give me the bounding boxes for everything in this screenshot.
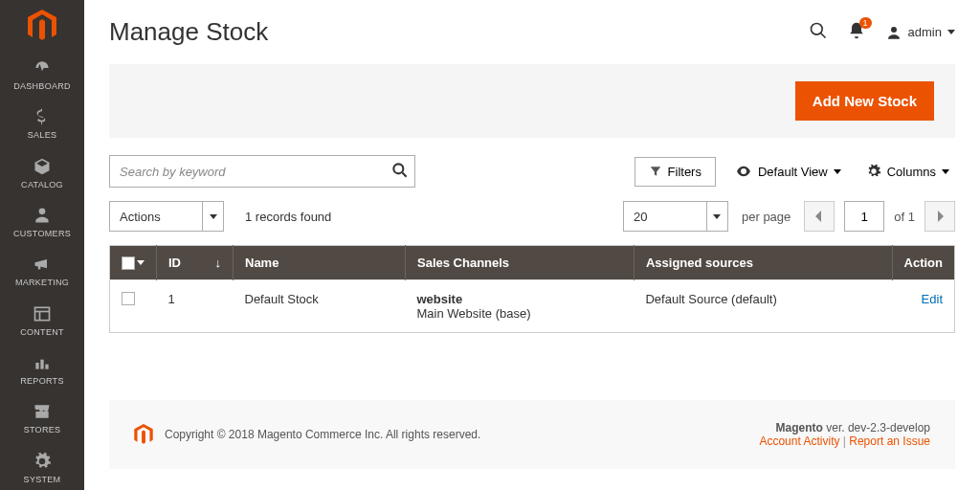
cell-assigned-sources: Default Source (default) bbox=[634, 280, 892, 333]
columns-button[interactable]: Columns bbox=[860, 157, 955, 186]
sidebar-item-customers[interactable]: CUSTOMERS bbox=[0, 197, 84, 246]
layout-icon bbox=[33, 304, 52, 323]
select-all-header[interactable] bbox=[110, 246, 157, 280]
sidebar-item-sales[interactable]: SALES bbox=[0, 99, 84, 147]
chevron-down-icon bbox=[210, 214, 217, 219]
svg-point-7 bbox=[811, 24, 822, 35]
svg-point-0 bbox=[39, 209, 46, 215]
grid-toolbar-top: Filters Default View Columns bbox=[109, 155, 955, 188]
page-size-select[interactable]: 20 bbox=[623, 201, 728, 232]
sidebar-item-marketing[interactable]: MARKETING bbox=[0, 246, 84, 295]
row-checkbox[interactable] bbox=[122, 292, 135, 305]
bar-chart-icon bbox=[33, 353, 52, 372]
total-pages-text: of 1 bbox=[894, 210, 915, 224]
svg-point-9 bbox=[891, 27, 897, 33]
page-title: Manage Stock bbox=[109, 17, 809, 47]
edit-link[interactable]: Edit bbox=[922, 292, 943, 306]
gear-icon bbox=[33, 452, 52, 469]
column-assigned-sources-header[interactable]: Assigned sources bbox=[634, 246, 892, 280]
dollar-icon bbox=[33, 107, 52, 126]
search-icon bbox=[390, 161, 410, 180]
svg-rect-1 bbox=[35, 307, 50, 320]
footer: Copyright © 2018 Magento Commerce Inc. A… bbox=[109, 400, 955, 469]
search-icon bbox=[809, 21, 828, 40]
chevron-down-icon bbox=[137, 260, 145, 265]
svg-line-11 bbox=[403, 173, 407, 177]
copyright-text: Copyright © 2018 Magento Commerce Inc. A… bbox=[165, 428, 480, 441]
account-activity-link[interactable]: Account Activity bbox=[759, 434, 839, 448]
svg-rect-5 bbox=[40, 360, 43, 369]
sidebar-item-reports[interactable]: REPORTS bbox=[0, 345, 84, 393]
table-row: 1 Default Stock website Main Website (ba… bbox=[110, 280, 955, 333]
sidebar-item-stores[interactable]: STORES bbox=[0, 393, 84, 442]
search-button[interactable] bbox=[809, 21, 828, 43]
add-new-stock-button[interactable]: Add New Stock bbox=[795, 81, 934, 121]
filters-button[interactable]: Filters bbox=[635, 157, 716, 187]
column-id-header[interactable]: ID ↓ bbox=[157, 246, 234, 280]
current-page-input[interactable] bbox=[844, 201, 884, 232]
notification-badge: 1 bbox=[859, 17, 872, 29]
titlebar: Manage Stock 1 admin bbox=[109, 17, 955, 47]
column-action-header: Action bbox=[892, 246, 954, 280]
checkbox-icon bbox=[122, 256, 135, 270]
chevron-left-icon bbox=[814, 211, 824, 222]
svg-rect-6 bbox=[45, 365, 48, 369]
funnel-icon bbox=[649, 165, 662, 178]
svg-rect-4 bbox=[35, 363, 38, 369]
user-name: admin bbox=[908, 25, 942, 39]
default-view-button[interactable]: Default View bbox=[729, 156, 847, 187]
chevron-down-icon bbox=[834, 169, 841, 174]
chevron-down-icon bbox=[947, 30, 955, 34]
store-icon bbox=[33, 402, 52, 421]
product-name: Magento bbox=[776, 421, 823, 434]
user-menu[interactable]: admin bbox=[885, 24, 955, 41]
magento-logo[interactable] bbox=[25, 10, 59, 42]
notifications-button[interactable]: 1 bbox=[847, 21, 866, 43]
sidebar-item-content[interactable]: CONTENT bbox=[0, 296, 84, 345]
next-page-button[interactable] bbox=[924, 201, 955, 232]
sidebar-item-dashboard[interactable]: DASHBOARD bbox=[0, 50, 84, 99]
records-found-text: 1 records found bbox=[245, 210, 331, 224]
user-icon bbox=[885, 24, 902, 41]
sidebar-item-system[interactable]: SYSTEM bbox=[0, 443, 84, 469]
search-submit-button[interactable] bbox=[390, 161, 410, 183]
search-input[interactable] bbox=[109, 155, 415, 188]
stock-grid: ID ↓ Name Sales Channels Assigned source… bbox=[109, 245, 955, 333]
person-icon bbox=[33, 206, 52, 225]
dashboard-icon bbox=[33, 58, 52, 78]
cell-name: Default Stock bbox=[234, 280, 406, 333]
sidebar: DASHBOARD SALES CATALOG CUSTOMERS MARKET… bbox=[0, 0, 84, 469]
prev-page-button[interactable] bbox=[804, 201, 835, 232]
chevron-down-icon bbox=[942, 169, 949, 174]
sort-down-icon: ↓ bbox=[215, 256, 222, 270]
svg-point-10 bbox=[393, 164, 403, 173]
version-text: ver. dev-2.3-develop bbox=[823, 421, 930, 434]
cell-id: 1 bbox=[157, 280, 234, 333]
per-page-label: per page bbox=[742, 210, 791, 224]
gear-icon bbox=[866, 164, 881, 179]
sidebar-item-catalog[interactable]: CATALOG bbox=[0, 148, 84, 197]
megaphone-icon bbox=[33, 255, 52, 274]
eye-icon bbox=[735, 163, 752, 180]
box-icon bbox=[33, 157, 52, 176]
mass-actions-select[interactable]: Actions bbox=[109, 201, 224, 232]
chevron-right-icon bbox=[935, 211, 945, 222]
magento-logo-footer bbox=[134, 424, 153, 445]
report-issue-link[interactable]: Report an Issue bbox=[849, 434, 930, 448]
action-bar: Add New Stock bbox=[109, 64, 955, 138]
svg-line-8 bbox=[820, 33, 825, 38]
cell-sales-channels: website Main Website (base) bbox=[406, 280, 635, 333]
column-sales-channels-header[interactable]: Sales Channels bbox=[406, 246, 635, 280]
chevron-down-icon bbox=[713, 214, 721, 219]
column-name-header[interactable]: Name bbox=[234, 246, 406, 280]
grid-toolbar-bottom: Actions 1 records found 20 per page of 1 bbox=[109, 201, 955, 232]
